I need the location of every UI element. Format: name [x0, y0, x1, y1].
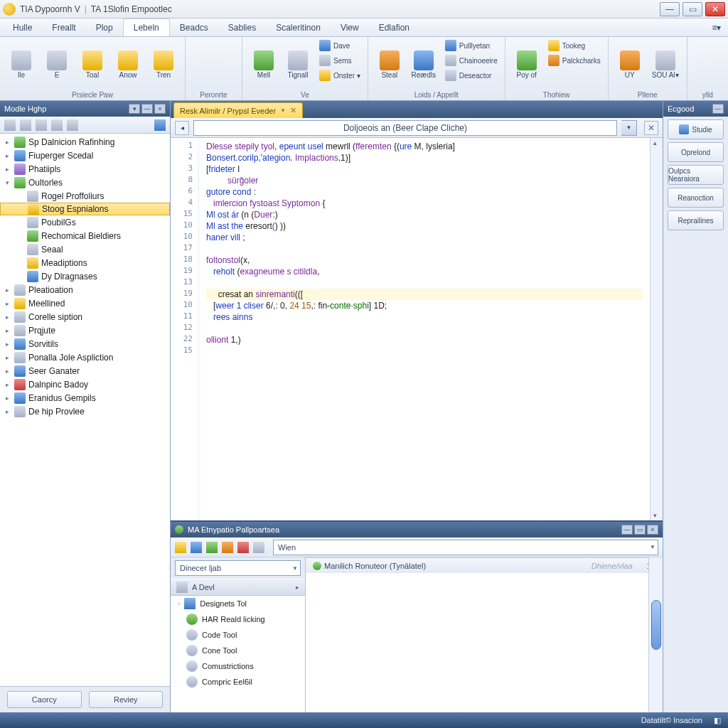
- editor-scrollbar[interactable]: [650, 138, 663, 520]
- panel-close-icon[interactable]: ×: [154, 104, 166, 114]
- tree-item[interactable]: ▸Sorvitils: [0, 337, 170, 350]
- ribbon-tignall[interactable]: Tignall: [281, 38, 315, 90]
- panel-close-icon[interactable]: ×: [647, 525, 658, 535]
- tree-item[interactable]: ▸Fiuperger Scedal: [0, 149, 170, 162]
- footer-button-1[interactable]: Caorcy: [7, 691, 82, 708]
- ribbon-e[interactable]: E: [40, 38, 74, 90]
- ribbon-mini-chainoeeire[interactable]: Chainoeeire: [442, 53, 500, 68]
- side-button[interactable]: Oulpcs Nearaiora: [668, 165, 724, 185]
- list-item[interactable]: Comustrictions: [171, 658, 305, 674]
- menu-plop[interactable]: Plop: [86, 18, 123, 36]
- delete-icon[interactable]: [237, 542, 249, 553]
- close-button[interactable]: ✕: [705, 2, 725, 16]
- side-button[interactable]: Reprailines: [668, 210, 724, 230]
- footer-button-2[interactable]: Reviey: [89, 691, 164, 708]
- ribbon-mini-onster ▾[interactable]: Onster ▾: [316, 68, 363, 82]
- list-item[interactable]: Compric Eel6il: [171, 674, 305, 690]
- ribbon-mini-pulllyetan[interactable]: Pulllyetan: [442, 38, 500, 53]
- menu-freallt[interactable]: Freallt: [42, 18, 85, 36]
- side-button[interactable]: Oprelond: [668, 142, 724, 162]
- tool-icon[interactable]: [4, 119, 16, 131]
- breadcrumb-dropdown-icon[interactable]: ▼: [621, 120, 637, 136]
- ribbon-uy[interactable]: UY: [613, 38, 647, 90]
- ribbon-mini-deseactor[interactable]: Deseactor: [442, 68, 500, 82]
- menu-edlafion[interactable]: Edlafion: [369, 18, 419, 36]
- menu-overflow-icon[interactable]: ≡▾: [708, 18, 725, 36]
- tool-icon[interactable]: [175, 542, 186, 553]
- tree-item[interactable]: ▾Oultorles: [0, 176, 170, 189]
- category-combo[interactable]: Dinecer ljab▼: [175, 560, 301, 576]
- tree-item[interactable]: ▸De hip Provlee: [0, 405, 170, 418]
- tree-item[interactable]: ▸Eranidus Gempils: [0, 391, 170, 405]
- ribbon-mini-dave[interactable]: Dave: [316, 38, 363, 53]
- ribbon-steal[interactable]: Steal: [373, 38, 407, 90]
- tree-item[interactable]: ▸Sp Dalnicion Rafinhing: [0, 135, 170, 149]
- tree-item[interactable]: ▸Pleatioation: [0, 283, 170, 296]
- tool-icon[interactable]: [206, 542, 218, 553]
- ribbon-tren[interactable]: Tren: [146, 38, 181, 90]
- panel-pin-icon[interactable]: —: [141, 104, 153, 114]
- tree-item[interactable]: ▸Ponalla Jole Aspliction: [0, 350, 170, 364]
- filter-input[interactable]: Wien▼: [273, 540, 658, 555]
- menu-beadcs[interactable]: Beadcs: [170, 18, 218, 36]
- menu-view[interactable]: View: [331, 18, 369, 36]
- panel-min-icon[interactable]: —: [621, 525, 633, 535]
- tree-item[interactable]: Dy Dlragnases: [0, 269, 170, 283]
- tree-item[interactable]: ▸Prqjute: [0, 323, 170, 337]
- list-item[interactable]: Cone Tool: [171, 643, 305, 658]
- ribbon-mini-palckcharks[interactable]: Palckcharks: [545, 53, 604, 68]
- menu-scaleritinon[interactable]: Scaleritinon: [266, 18, 331, 36]
- tree-item[interactable]: ▸Seer Ganater: [0, 364, 170, 378]
- ribbon-mini-sems[interactable]: Sems: [316, 53, 363, 68]
- ribbon-poy of[interactable]: Poy of: [510, 38, 544, 90]
- menu-lebeln[interactable]: Lebeln: [123, 18, 170, 36]
- side-button[interactable]: Studie: [668, 119, 724, 139]
- list-item[interactable]: Code Tool: [171, 627, 305, 643]
- code-area[interactable]: Dlesse stepily tyol, epeunt usel mewrll …: [199, 138, 650, 520]
- tree-item[interactable]: Seaal: [0, 242, 170, 256]
- list-item[interactable]: HAR Reald licking: [171, 611, 305, 627]
- list-subheader[interactable]: ▫ Designets Tol: [171, 596, 305, 611]
- ribbon-mell[interactable]: Mell: [247, 38, 281, 90]
- tool-icon[interactable]: [36, 119, 47, 131]
- nav-back-icon[interactable]: ◂: [175, 121, 189, 135]
- tool-view-icon[interactable]: [154, 119, 166, 131]
- tool-icon[interactable]: [67, 119, 78, 131]
- category-group-header[interactable]: A Devl▸: [171, 579, 305, 596]
- tree-item[interactable]: PoubilGs: [0, 215, 170, 229]
- menu-sablies[interactable]: Sablies: [218, 18, 266, 36]
- panel-dropdown-icon[interactable]: ▾: [129, 104, 140, 114]
- tree-item[interactable]: Meadiptions: [0, 256, 170, 269]
- ribbon-lle[interactable]: lle: [4, 38, 38, 90]
- tree-item[interactable]: ▸Meellined: [0, 296, 170, 310]
- tool-icon[interactable]: [222, 542, 233, 553]
- tree-item[interactable]: ▸Dalnpinc Badoy: [0, 378, 170, 391]
- tab-dropdown-icon[interactable]: ▼: [280, 107, 286, 114]
- breadcrumb[interactable]: Doljoeois an (Beer Clape Cliche): [193, 120, 617, 136]
- tree-item[interactable]: Stoog Espnialons: [0, 203, 170, 215]
- panel-max-icon[interactable]: ▭: [634, 525, 646, 535]
- tree-item[interactable]: ▸Corelle siption: [0, 310, 170, 323]
- minimize-button[interactable]: —: [660, 2, 680, 16]
- output-scrollbar[interactable]: [648, 557, 663, 712]
- code-editor[interactable]: 12386415101017181913191011122215 Dlesse …: [171, 138, 663, 520]
- side-button[interactable]: Reanoction: [668, 188, 724, 208]
- tree-item[interactable]: ▸Phatiipls: [0, 162, 170, 176]
- ribbon-sou al▾[interactable]: SOU Al▾: [648, 38, 682, 90]
- project-tree[interactable]: ▸Sp Dalnicion Rafinhing▸Fiuperger Scedal…: [0, 134, 170, 686]
- menu-hulle[interactable]: Hulle: [3, 18, 42, 36]
- editor-tab-active[interactable]: Resk Alimilr / Prypsl Eveder ▼ ✕: [173, 102, 303, 118]
- editor-close-icon[interactable]: ✕: [644, 121, 658, 135]
- tree-item[interactable]: Rechomical Bieldiers: [0, 229, 170, 242]
- maximize-button[interactable]: ▭: [682, 2, 702, 16]
- ribbon-anow[interactable]: Anow: [111, 38, 145, 90]
- tree-item[interactable]: Rogel Proffoliurs: [0, 189, 170, 203]
- ribbon-mini-tookeg[interactable]: Tookeg: [545, 38, 604, 53]
- tool-icon[interactable]: [51, 119, 63, 131]
- tab-close-icon[interactable]: ✕: [290, 106, 296, 115]
- ribbon-toal[interactable]: Toal: [75, 38, 109, 90]
- tool-icon[interactable]: [191, 542, 202, 553]
- ribbon-reædls[interactable]: Reædls: [407, 38, 441, 90]
- output-content[interactable]: Manilich Ronuteor (Tynälatel) Dhiene/vla…: [306, 557, 663, 712]
- panel-min-icon[interactable]: —: [712, 104, 724, 114]
